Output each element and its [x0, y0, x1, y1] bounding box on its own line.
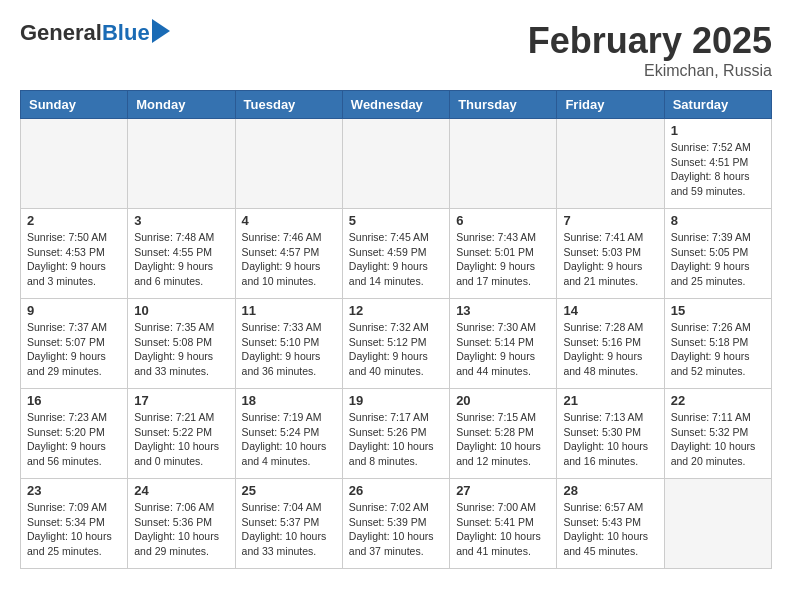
day-number: 15 — [671, 303, 765, 318]
day-info: Sunrise: 7:48 AM Sunset: 4:55 PM Dayligh… — [134, 230, 228, 289]
day-of-week-header: Tuesday — [235, 91, 342, 119]
page-header: General Blue February 2025 Ekimchan, Rus… — [20, 20, 772, 80]
day-info: Sunrise: 7:21 AM Sunset: 5:22 PM Dayligh… — [134, 410, 228, 469]
day-info: Sunrise: 7:04 AM Sunset: 5:37 PM Dayligh… — [242, 500, 336, 559]
day-info: Sunrise: 7:13 AM Sunset: 5:30 PM Dayligh… — [563, 410, 657, 469]
calendar-cell: 12Sunrise: 7:32 AM Sunset: 5:12 PM Dayli… — [342, 299, 449, 389]
calendar-cell: 5Sunrise: 7:45 AM Sunset: 4:59 PM Daylig… — [342, 209, 449, 299]
day-info: Sunrise: 7:15 AM Sunset: 5:28 PM Dayligh… — [456, 410, 550, 469]
calendar-cell: 1Sunrise: 7:52 AM Sunset: 4:51 PM Daylig… — [664, 119, 771, 209]
calendar-cell: 4Sunrise: 7:46 AM Sunset: 4:57 PM Daylig… — [235, 209, 342, 299]
day-number: 21 — [563, 393, 657, 408]
day-info: Sunrise: 7:06 AM Sunset: 5:36 PM Dayligh… — [134, 500, 228, 559]
month-year-title: February 2025 — [528, 20, 772, 62]
day-of-week-header: Friday — [557, 91, 664, 119]
day-number: 9 — [27, 303, 121, 318]
logo: General Blue — [20, 20, 170, 46]
day-info: Sunrise: 7:23 AM Sunset: 5:20 PM Dayligh… — [27, 410, 121, 469]
header-row: SundayMondayTuesdayWednesdayThursdayFrid… — [21, 91, 772, 119]
logo-blue: Blue — [102, 20, 150, 46]
calendar-cell — [128, 119, 235, 209]
day-info: Sunrise: 7:32 AM Sunset: 5:12 PM Dayligh… — [349, 320, 443, 379]
day-of-week-header: Thursday — [450, 91, 557, 119]
calendar-cell: 15Sunrise: 7:26 AM Sunset: 5:18 PM Dayli… — [664, 299, 771, 389]
day-info: Sunrise: 7:00 AM Sunset: 5:41 PM Dayligh… — [456, 500, 550, 559]
day-number: 13 — [456, 303, 550, 318]
day-number: 18 — [242, 393, 336, 408]
location-subtitle: Ekimchan, Russia — [528, 62, 772, 80]
day-number: 17 — [134, 393, 228, 408]
day-info: Sunrise: 7:33 AM Sunset: 5:10 PM Dayligh… — [242, 320, 336, 379]
calendar-cell: 20Sunrise: 7:15 AM Sunset: 5:28 PM Dayli… — [450, 389, 557, 479]
day-number: 24 — [134, 483, 228, 498]
calendar-cell: 23Sunrise: 7:09 AM Sunset: 5:34 PM Dayli… — [21, 479, 128, 569]
day-info: Sunrise: 7:19 AM Sunset: 5:24 PM Dayligh… — [242, 410, 336, 469]
calendar-cell: 26Sunrise: 7:02 AM Sunset: 5:39 PM Dayli… — [342, 479, 449, 569]
calendar-cell: 9Sunrise: 7:37 AM Sunset: 5:07 PM Daylig… — [21, 299, 128, 389]
day-number: 2 — [27, 213, 121, 228]
day-info: Sunrise: 7:11 AM Sunset: 5:32 PM Dayligh… — [671, 410, 765, 469]
day-number: 1 — [671, 123, 765, 138]
week-row: 2Sunrise: 7:50 AM Sunset: 4:53 PM Daylig… — [21, 209, 772, 299]
day-info: Sunrise: 7:30 AM Sunset: 5:14 PM Dayligh… — [456, 320, 550, 379]
calendar-cell: 28Sunrise: 6:57 AM Sunset: 5:43 PM Dayli… — [557, 479, 664, 569]
calendar-cell: 13Sunrise: 7:30 AM Sunset: 5:14 PM Dayli… — [450, 299, 557, 389]
calendar-cell: 24Sunrise: 7:06 AM Sunset: 5:36 PM Dayli… — [128, 479, 235, 569]
calendar-cell — [557, 119, 664, 209]
week-row: 9Sunrise: 7:37 AM Sunset: 5:07 PM Daylig… — [21, 299, 772, 389]
day-number: 26 — [349, 483, 443, 498]
day-number: 11 — [242, 303, 336, 318]
day-info: Sunrise: 7:26 AM Sunset: 5:18 PM Dayligh… — [671, 320, 765, 379]
day-info: Sunrise: 6:57 AM Sunset: 5:43 PM Dayligh… — [563, 500, 657, 559]
calendar-cell: 6Sunrise: 7:43 AM Sunset: 5:01 PM Daylig… — [450, 209, 557, 299]
day-of-week-header: Saturday — [664, 91, 771, 119]
calendar-cell: 18Sunrise: 7:19 AM Sunset: 5:24 PM Dayli… — [235, 389, 342, 479]
day-number: 22 — [671, 393, 765, 408]
title-area: February 2025 Ekimchan, Russia — [528, 20, 772, 80]
calendar-cell: 17Sunrise: 7:21 AM Sunset: 5:22 PM Dayli… — [128, 389, 235, 479]
day-number: 12 — [349, 303, 443, 318]
day-number: 8 — [671, 213, 765, 228]
day-number: 7 — [563, 213, 657, 228]
calendar-cell: 8Sunrise: 7:39 AM Sunset: 5:05 PM Daylig… — [664, 209, 771, 299]
day-number: 25 — [242, 483, 336, 498]
day-of-week-header: Monday — [128, 91, 235, 119]
calendar-cell: 16Sunrise: 7:23 AM Sunset: 5:20 PM Dayli… — [21, 389, 128, 479]
calendar-cell: 3Sunrise: 7:48 AM Sunset: 4:55 PM Daylig… — [128, 209, 235, 299]
day-number: 4 — [242, 213, 336, 228]
calendar-cell: 27Sunrise: 7:00 AM Sunset: 5:41 PM Dayli… — [450, 479, 557, 569]
day-info: Sunrise: 7:17 AM Sunset: 5:26 PM Dayligh… — [349, 410, 443, 469]
calendar-cell: 14Sunrise: 7:28 AM Sunset: 5:16 PM Dayli… — [557, 299, 664, 389]
calendar-cell: 21Sunrise: 7:13 AM Sunset: 5:30 PM Dayli… — [557, 389, 664, 479]
calendar-cell: 10Sunrise: 7:35 AM Sunset: 5:08 PM Dayli… — [128, 299, 235, 389]
day-number: 28 — [563, 483, 657, 498]
calendar-cell: 11Sunrise: 7:33 AM Sunset: 5:10 PM Dayli… — [235, 299, 342, 389]
logo-arrow-icon — [152, 19, 170, 43]
calendar-cell: 2Sunrise: 7:50 AM Sunset: 4:53 PM Daylig… — [21, 209, 128, 299]
week-row: 23Sunrise: 7:09 AM Sunset: 5:34 PM Dayli… — [21, 479, 772, 569]
day-info: Sunrise: 7:45 AM Sunset: 4:59 PM Dayligh… — [349, 230, 443, 289]
calendar-cell: 22Sunrise: 7:11 AM Sunset: 5:32 PM Dayli… — [664, 389, 771, 479]
day-number: 16 — [27, 393, 121, 408]
day-of-week-header: Sunday — [21, 91, 128, 119]
day-number: 23 — [27, 483, 121, 498]
week-row: 16Sunrise: 7:23 AM Sunset: 5:20 PM Dayli… — [21, 389, 772, 479]
day-info: Sunrise: 7:39 AM Sunset: 5:05 PM Dayligh… — [671, 230, 765, 289]
day-info: Sunrise: 7:46 AM Sunset: 4:57 PM Dayligh… — [242, 230, 336, 289]
day-info: Sunrise: 7:09 AM Sunset: 5:34 PM Dayligh… — [27, 500, 121, 559]
calendar-cell: 25Sunrise: 7:04 AM Sunset: 5:37 PM Dayli… — [235, 479, 342, 569]
calendar-cell — [342, 119, 449, 209]
calendar-cell — [450, 119, 557, 209]
calendar-table: SundayMondayTuesdayWednesdayThursdayFrid… — [20, 90, 772, 569]
day-info: Sunrise: 7:43 AM Sunset: 5:01 PM Dayligh… — [456, 230, 550, 289]
day-info: Sunrise: 7:50 AM Sunset: 4:53 PM Dayligh… — [27, 230, 121, 289]
day-info: Sunrise: 7:41 AM Sunset: 5:03 PM Dayligh… — [563, 230, 657, 289]
day-info: Sunrise: 7:02 AM Sunset: 5:39 PM Dayligh… — [349, 500, 443, 559]
day-info: Sunrise: 7:52 AM Sunset: 4:51 PM Dayligh… — [671, 140, 765, 199]
week-row: 1Sunrise: 7:52 AM Sunset: 4:51 PM Daylig… — [21, 119, 772, 209]
calendar-cell: 19Sunrise: 7:17 AM Sunset: 5:26 PM Dayli… — [342, 389, 449, 479]
calendar-cell: 7Sunrise: 7:41 AM Sunset: 5:03 PM Daylig… — [557, 209, 664, 299]
day-number: 19 — [349, 393, 443, 408]
day-number: 6 — [456, 213, 550, 228]
day-number: 27 — [456, 483, 550, 498]
